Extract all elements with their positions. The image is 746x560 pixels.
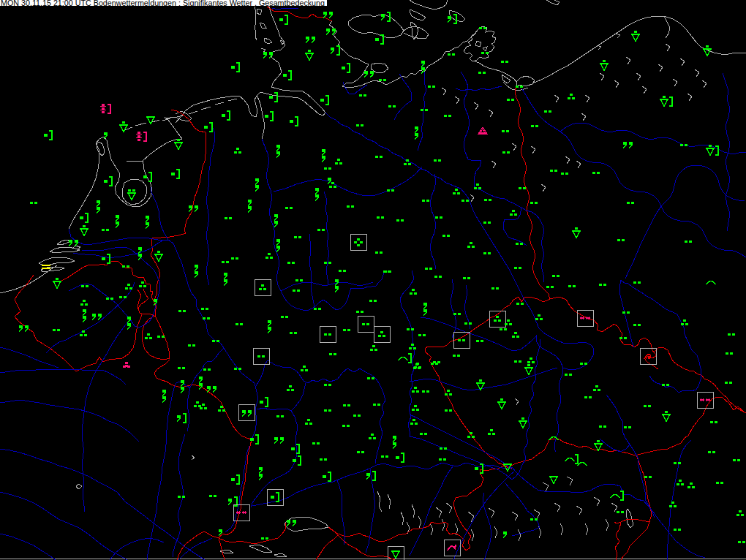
svg-text:MON 30.11.15 21:00 UTC Bodenw: MON 30.11.15 21:00 UTC Bodenwettermeldun…: [1, 0, 325, 7]
